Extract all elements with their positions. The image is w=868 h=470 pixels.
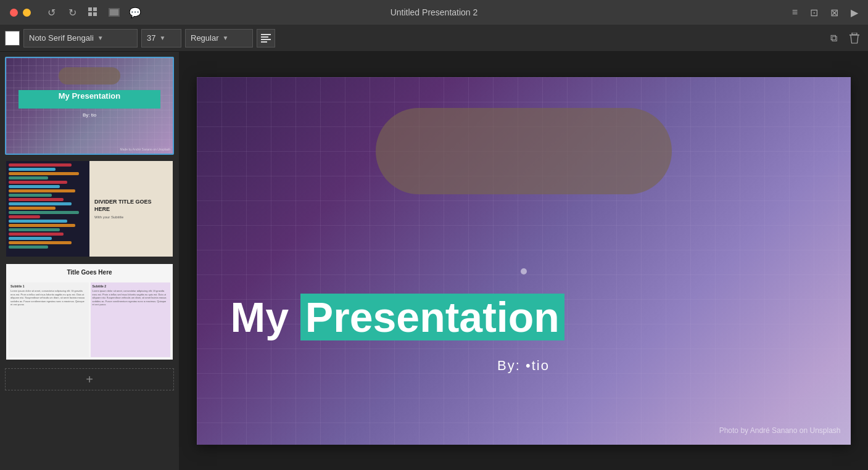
formatting-toolbar: Noto Serif Bengali ▼ 37 ▼ Regular ▼ ⧉ [0,25,868,52]
slide-photo-credit: Photo by André Sanano on Unsplash [719,426,841,435]
svg-rect-5 [110,9,118,15]
slide1-shape [59,67,120,85]
slide2-subtitle: With your Subtitle [94,215,168,219]
presentation-title: Untitled Presentation 2 [391,7,478,17]
font-family-dropdown[interactable]: Noto Serif Bengali ▼ [23,29,138,47]
slide1-title: My Presentation [6,91,173,101]
grid-button[interactable] [88,7,99,18]
slide-center-dot [521,268,527,274]
font-family-arrow: ▼ [97,35,104,41]
font-size-arrow: ▼ [159,35,165,41]
font-style-arrow: ▼ [223,35,229,41]
slide-thumbnail-3[interactable]: Title Goes Here Subtitle 1 Lorem ipsum d… [5,263,174,361]
slide1-credit: Made by André Sanano on Unsplash [120,147,170,151]
slide-title-container[interactable]: My Presentation [231,294,817,340]
undo-button[interactable]: ↺ [46,7,57,18]
slide3-col1-text: Lorem ipsum dolor sit amet, consectetur … [10,289,87,307]
slide3-col2-text: Lorem ipsum dolor sit amet, consectetur … [93,289,169,307]
comment-button[interactable]: 💬 [130,7,141,18]
menu-icon[interactable]: ≡ [792,7,798,18]
traffic-min-btn[interactable] [23,9,31,17]
play-button[interactable]: ▶ [851,7,858,19]
slide-top-shape[interactable] [376,108,672,194]
slide3-title: Title Goes Here [6,269,173,276]
share-icon[interactable]: ⊡ [810,7,818,19]
slide2-title: DIVIDER TITLE GOES HERE [94,199,168,213]
slide-thumbnail-2[interactable]: DIVIDER TITLE GOES HERE With your Subtit… [5,160,174,258]
svg-rect-2 [88,12,92,16]
add-slide-button[interactable]: + [5,368,174,390]
svg-rect-9 [261,41,267,43]
svg-rect-11 [852,33,857,35]
svg-rect-3 [93,12,97,16]
svg-rect-7 [261,36,268,38]
svg-rect-8 [261,39,271,40]
canvas-area[interactable]: My Presentation By: •tio Photo by André … [179,52,868,470]
font-size-dropdown[interactable]: 37 ▼ [141,29,181,47]
add-slide-icon: + [86,373,93,387]
copy-style-button[interactable]: ⧉ [825,30,842,47]
settings-icon[interactable]: ⊠ [830,7,838,19]
slide2-content: DIVIDER TITLE GOES HERE With your Subtit… [89,161,173,257]
svg-rect-6 [261,34,271,35]
slide-main-title: My Presentation [231,294,564,340]
slide-panel: My Presentation By: tio Made by André Sa… [0,52,179,470]
titlebar: ↺ ↻ 💬 Untitled Presentation 2 ≡ ⊡ [0,0,868,25]
main-slide-canvas: My Presentation By: •tio Photo by André … [197,77,851,445]
svg-rect-1 [93,7,97,11]
present-thumbnail-button[interactable] [109,7,120,18]
traffic-close-btn[interactable] [10,9,18,17]
color-picker[interactable] [5,31,20,46]
slide-thumbnail-1[interactable]: My Presentation By: tio Made by André Sa… [5,57,174,155]
main-area: My Presentation By: tio Made by André Sa… [0,52,868,470]
slide-by-line: By: •tio [197,358,851,374]
font-style-dropdown[interactable]: Regular ▼ [185,29,253,47]
svg-rect-0 [88,7,92,11]
slide3-subtitle1: Subtitle 1 [10,284,87,288]
text-align-button[interactable] [257,29,275,47]
title-part2: Presentation [300,294,564,340]
title-part1: My [231,294,300,340]
slide3-subtitle2: Subtitle 2 [93,284,169,288]
font-size-label: 37 [147,33,155,43]
font-style-label: Regular [191,33,219,43]
slide2-code [6,161,89,257]
redo-button[interactable]: ↻ [67,7,78,18]
slide3-columns: Subtitle 1 Lorem ipsum dolor sit amet, c… [9,282,170,357]
delete-button[interactable] [846,30,863,47]
slide1-by: By: tio [6,112,173,118]
font-family-label: Noto Serif Bengali [29,33,94,43]
